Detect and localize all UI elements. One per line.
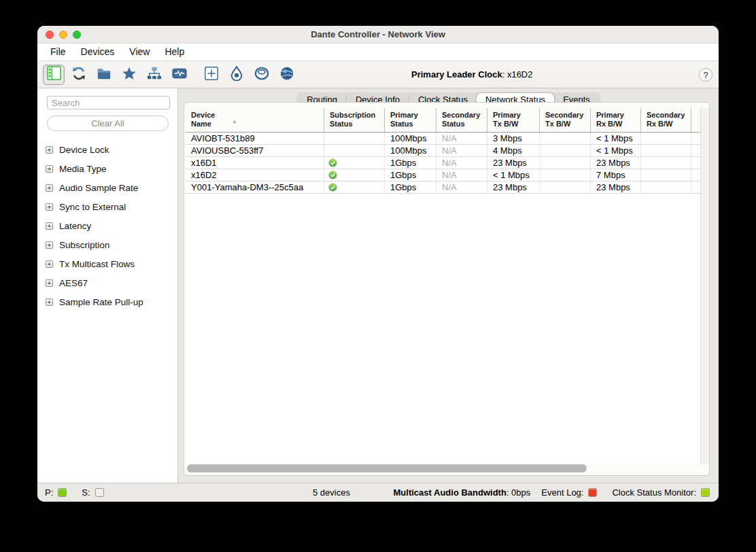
cell-secondary-tx-bw: [540, 145, 591, 156]
toolbar: Primary Leader Clock: x16D2 ?: [37, 61, 719, 88]
latency-sphere-icon: [254, 66, 269, 84]
filter-tx-multicast-flows[interactable]: +Tx Multicast Flows: [37, 254, 177, 273]
expand-plus-icon[interactable]: +: [46, 298, 53, 306]
cell-device-name: AVIOUSBC-553ff7: [186, 145, 324, 156]
filter-aes67[interactable]: +AES67: [37, 273, 177, 292]
filter-subscription[interactable]: +Subscription: [37, 235, 177, 254]
sort-ascending-icon: ▲: [232, 117, 237, 126]
expand-plus-icon[interactable]: +: [46, 279, 53, 287]
subscription-ok-icon: [328, 183, 337, 192]
cell-subscription-status: [324, 133, 385, 144]
menu-view[interactable]: View: [122, 44, 157, 61]
title-bar[interactable]: Dante Controller - Network View: [37, 26, 719, 44]
cell-primary-rx-bw: 23 Mbps: [591, 182, 641, 193]
column-header-filler: [691, 108, 701, 132]
expand-plus-icon[interactable]: +: [46, 241, 53, 249]
horizontal-scrollbar[interactable]: [186, 464, 701, 473]
column-header-secondary-rx-b-w[interactable]: SecondaryRx B/W: [641, 108, 691, 132]
column-header-secondary-tx-b-w[interactable]: SecondaryTx B/W: [540, 108, 591, 132]
cell-device-name: x16D2: [186, 169, 324, 181]
table-row-aviobt-531b89[interactable]: AVIOBT-531b89100MbpsN/A3 Mbps< 1 Mbps: [186, 133, 701, 145]
primary-interface-indicator: [58, 488, 67, 497]
table-row-x16d2[interactable]: x16D21GbpsN/A< 1 Mbps7 Mbps: [186, 169, 701, 182]
zoom-button[interactable]: [73, 31, 81, 39]
toolbar-signal-meter-button[interactable]: [169, 65, 190, 85]
event-log-indicator[interactable]: [588, 488, 597, 497]
column-header-primary-rx-b-w[interactable]: PrimaryRx B/W: [591, 108, 641, 132]
cell-secondary-tx-bw: [540, 182, 591, 193]
cell-primary-status: 1Gbps: [385, 169, 436, 181]
cell-device-name: AVIOBT-531b89: [186, 133, 324, 144]
clock-monitor-indicator[interactable]: [701, 488, 710, 497]
app-window: Dante Controller - Network View FileDevi…: [37, 26, 719, 502]
help-button[interactable]: ?: [699, 68, 712, 82]
expand-plus-icon[interactable]: +: [46, 146, 53, 154]
column-header-secondary-status[interactable]: SecondaryStatus: [436, 108, 487, 132]
cell-primary-rx-bw: 23 Mbps: [591, 157, 641, 169]
filter-label: Latency: [59, 221, 91, 231]
toolbar-aes67-drop-button[interactable]: [226, 65, 247, 85]
column-header-device-name[interactable]: DeviceName▲: [186, 108, 324, 132]
cell-secondary-rx-bw: [641, 169, 691, 181]
column-header-subscription-status[interactable]: SubscriptionStatus: [324, 108, 385, 132]
filter-device-lock[interactable]: +Device Lock: [37, 140, 177, 159]
toolbar-open-folder-button[interactable]: [93, 65, 115, 85]
toolbar-domains-globe-button[interactable]: [276, 65, 298, 85]
menu-devices[interactable]: Devices: [73, 44, 122, 61]
status-right-group: Multicast Audio Bandwidth: 0bps Event Lo…: [394, 483, 710, 502]
signal-meter-icon: [172, 66, 187, 84]
filter-media-type[interactable]: +Media Type: [37, 159, 177, 178]
expand-plus-icon[interactable]: +: [46, 184, 53, 192]
cell-subscription-status: [324, 145, 385, 156]
menu-file[interactable]: File: [43, 44, 73, 61]
filter-latency[interactable]: +Latency: [37, 216, 177, 235]
filter-label: Audio Sample Rate: [59, 183, 138, 193]
menu-bar: FileDevicesViewHelp: [37, 44, 719, 61]
filter-audio-sample-rate[interactable]: +Audio Sample Rate: [37, 178, 177, 197]
filter-sync-to-external[interactable]: +Sync to External: [37, 197, 177, 216]
cell-primary-status: 1Gbps: [385, 182, 436, 193]
expand-plus-icon[interactable]: +: [46, 165, 53, 173]
column-header-primary-tx-b-w[interactable]: PrimaryTx B/W: [487, 108, 540, 132]
event-log-label: Event Log:: [541, 487, 583, 498]
expand-plus-icon[interactable]: +: [46, 222, 53, 230]
minimize-button[interactable]: [59, 31, 67, 39]
toolbar-latency-sphere-button[interactable]: [251, 65, 273, 85]
aes67-drop-icon: [229, 66, 244, 84]
menu-help[interactable]: Help: [157, 44, 192, 61]
leader-clock-status: Primary Leader Clock: x16D2: [411, 61, 533, 88]
cell-device-name: x16D1: [186, 157, 324, 169]
filter-label: Tx Multicast Flows: [59, 259, 135, 269]
vertical-scrollbar[interactable]: [700, 108, 709, 464]
add-plus-icon: [204, 66, 219, 84]
cell-secondary-status: N/A: [436, 157, 487, 169]
table-header-row: DeviceName▲SubscriptionStatusPrimaryStat…: [186, 108, 701, 133]
column-header-primary-status[interactable]: PrimaryStatus: [385, 108, 436, 132]
close-button[interactable]: [46, 31, 54, 39]
network-tree-icon: [147, 66, 162, 84]
toolbar-sidebar-toggle-button[interactable]: [43, 65, 65, 85]
search-input[interactable]: [47, 96, 170, 109]
expand-plus-icon[interactable]: +: [46, 203, 53, 211]
horizontal-scrollbar-thumb[interactable]: [187, 464, 587, 472]
toolbar-network-tree-button[interactable]: [143, 65, 165, 85]
filter-sample-rate-pull-up[interactable]: +Sample Rate Pull-up: [37, 292, 177, 311]
table-row-aviousbc-553ff7[interactable]: AVIOUSBC-553ff7100MbpsN/A4 Mbps< 1 Mbps: [186, 145, 701, 157]
toolbar-add-plus-button[interactable]: [201, 65, 222, 85]
filter-label: Sync to External: [59, 202, 126, 212]
toolbar-refresh-button[interactable]: [68, 65, 90, 85]
table-row-y001-yamaha-dm3-25c5aa[interactable]: Y001-Yamaha-DM3--25c5aa1GbpsN/A23 Mbps23…: [186, 182, 701, 194]
toolbar-favorites-star-button[interactable]: [118, 65, 140, 85]
subscription-ok-icon: [328, 171, 337, 179]
cell-secondary-status: N/A: [436, 145, 487, 156]
favorites-star-icon: [122, 66, 137, 84]
subscription-ok-icon: [328, 158, 337, 167]
filter-label: Subscription: [59, 240, 109, 250]
network-status-table: DeviceName▲SubscriptionStatusPrimaryStat…: [184, 102, 710, 476]
refresh-icon: [71, 66, 86, 84]
table-body: AVIOBT-531b89100MbpsN/A3 Mbps< 1 MbpsAVI…: [186, 133, 701, 194]
clear-all-button[interactable]: Clear All: [47, 116, 169, 131]
table-row-x16d1[interactable]: x16D11GbpsN/A23 Mbps23 Mbps: [186, 157, 701, 169]
cell-secondary-tx-bw: [540, 169, 591, 181]
expand-plus-icon[interactable]: +: [46, 260, 53, 268]
